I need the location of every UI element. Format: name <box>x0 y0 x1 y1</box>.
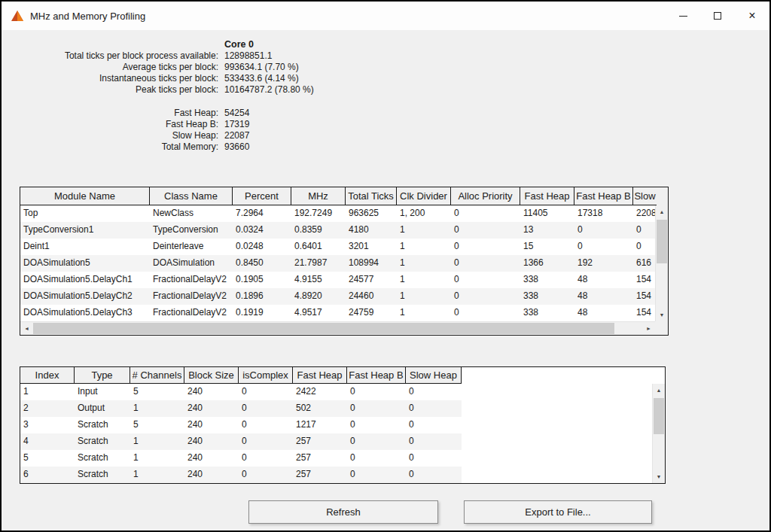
export-to-file-button[interactable]: Export to File... <box>464 500 652 524</box>
table-cell: 1 <box>397 305 451 321</box>
table-cell: 48 <box>574 272 633 288</box>
module-table: Module NameClass NamePercentMHzTotal Tic… <box>20 187 669 336</box>
module-table-header: Module NameClass NamePercentMHzTotal Tic… <box>20 187 668 205</box>
table-cell: 24577 <box>346 272 397 288</box>
table-row[interactable]: 1Input52400242200 <box>20 384 462 400</box>
core-title: Core 0 <box>224 39 254 50</box>
maximize-button[interactable] <box>700 2 735 30</box>
module-table-body: TopNewClass7.2964192.72499636251, 200011… <box>20 205 668 321</box>
column-header--channels: # Channels <box>130 367 184 384</box>
table-cell: 0 <box>451 305 520 321</box>
memory-label: Fast Heap B: <box>20 119 218 130</box>
table-cell: 0 <box>406 384 462 400</box>
table-cell: 0 <box>633 239 657 255</box>
column-header-total-ticks: Total Ticks <box>346 187 397 205</box>
table-cell: FractionalDelayV2 <box>150 288 233 305</box>
table-cell: 240 <box>184 417 239 433</box>
table-row[interactable]: DOASimulation5DOASimulation0.845021.7987… <box>20 255 657 272</box>
table-cell: 502 <box>293 400 347 417</box>
table-row[interactable]: DOASimulation5.DelayCh2FractionalDelayV2… <box>20 288 657 305</box>
scroll-up-button[interactable]: ▲ <box>656 205 668 218</box>
table-row[interactable]: 3Scratch52400121700 <box>20 417 462 433</box>
scrollbar-track[interactable] <box>656 218 668 309</box>
table-cell: 1217 <box>293 417 347 433</box>
table-cell: 5 <box>130 384 184 400</box>
table-cell: 1 <box>20 384 75 400</box>
memory-value: 17319 <box>224 119 249 130</box>
table-cell: 21.7987 <box>291 255 346 272</box>
table-row[interactable]: TypeConversion1TypeConversion0.03240.835… <box>20 222 657 239</box>
column-header-type: Type <box>75 367 130 384</box>
table-cell: Input <box>75 384 130 400</box>
refresh-button[interactable]: Refresh <box>248 500 438 524</box>
table-cell: DOASimulation <box>150 255 233 272</box>
scrollbar-track[interactable] <box>33 322 642 335</box>
table-cell: Scratch <box>75 417 130 433</box>
window-title: MHz and Memory Profiling <box>30 11 145 22</box>
scroll-right-button[interactable]: ► <box>642 322 655 335</box>
table-cell: 257 <box>293 450 347 467</box>
memory-label: Fast Heap: <box>20 108 218 119</box>
table-cell: 0 <box>406 400 462 417</box>
scroll-down-button[interactable]: ▼ <box>656 309 668 321</box>
scroll-down-button[interactable]: ▼ <box>653 470 665 483</box>
scroll-left-button[interactable]: ◄ <box>20 322 33 335</box>
stat-value: 12898851.1 <box>224 50 272 62</box>
table-cell: 1 <box>130 450 184 467</box>
table-cell: 0 <box>347 450 406 467</box>
scrollbar-corner <box>655 321 668 335</box>
table-row[interactable]: TopNewClass7.2964192.72499636251, 200011… <box>20 205 657 222</box>
table-cell: 0 <box>239 384 293 400</box>
table-row[interactable]: 2Output1240050200 <box>20 400 462 417</box>
table-cell: 192 <box>574 255 633 272</box>
table-cell: 108994 <box>346 255 397 272</box>
column-header-fast-heap: Fast Heap <box>293 367 347 384</box>
table-cell: 0 <box>347 467 406 483</box>
table-cell: 0.1919 <box>233 305 291 321</box>
table-cell: Output <box>75 400 130 417</box>
table-row[interactable]: 6Scratch1240025700 <box>20 467 462 483</box>
table-cell: 2422 <box>293 384 347 400</box>
table-cell: 240 <box>184 467 239 483</box>
close-button[interactable]: × <box>735 2 769 30</box>
table-cell: 1 <box>130 433 184 450</box>
vertical-scrollbar[interactable]: ▲ ▼ <box>652 384 665 483</box>
table-row[interactable]: DOASimulation5.DelayCh1FractionalDelayV2… <box>20 272 657 288</box>
table-row[interactable]: DOASimulation5.DelayCh3FractionalDelayV2… <box>20 305 657 321</box>
column-header-slow-heap: Slow Heap <box>406 367 462 384</box>
stat-label: Instantaneous ticks per block: <box>20 73 218 84</box>
column-header-slow: Slow <box>633 187 657 205</box>
table-row[interactable]: 5Scratch1240025700 <box>20 450 462 467</box>
table-cell: 0.8359 <box>291 222 346 239</box>
minimize-button[interactable] <box>666 2 700 30</box>
table-cell: TypeConversion1 <box>20 222 150 239</box>
stat-value: 993634.1 (7.70 %) <box>224 62 299 73</box>
table-cell: DOASimulation5.DelayCh2 <box>20 288 150 305</box>
scroll-up-button[interactable]: ▲ <box>653 384 665 397</box>
table-cell: 0.8450 <box>233 255 291 272</box>
table-cell: 1 <box>397 255 451 272</box>
stat-row: Peak ticks per block:10164787.2 (78.80 %… <box>20 84 314 96</box>
scrollbar-thumb[interactable] <box>657 220 667 263</box>
table-cell: 338 <box>520 305 574 321</box>
table-cell: 13 <box>520 222 574 239</box>
memory-row: Total Memory:93660 <box>20 141 314 153</box>
column-header-mhz: MHz <box>291 187 346 205</box>
buffer-table: IndexType# ChannelsBlock SizeisComplexFa… <box>20 366 666 484</box>
memory-row: Fast Heap B:17319 <box>20 119 314 130</box>
table-row[interactable]: Deint1Deinterleave0.02480.64013201101500 <box>20 239 657 255</box>
title-bar[interactable]: MHz and Memory Profiling × <box>2 2 769 30</box>
table-cell: 1366 <box>520 255 574 272</box>
horizontal-scrollbar[interactable]: ◄ ► <box>20 321 655 335</box>
matlab-icon <box>11 10 24 22</box>
scrollbar-thumb[interactable] <box>654 398 664 434</box>
memory-value: 22087 <box>224 130 249 141</box>
table-row[interactable]: 4Scratch1240025700 <box>20 433 462 450</box>
table-cell: Deinterleave <box>150 239 233 255</box>
scrollbar-track[interactable] <box>653 397 665 470</box>
table-cell: DOASimulation5 <box>20 255 150 272</box>
scrollbar-thumb[interactable] <box>33 323 614 334</box>
table-cell: 3201 <box>346 239 397 255</box>
vertical-scrollbar[interactable]: ▲ ▼ <box>655 205 668 321</box>
table-cell: 3 <box>20 417 75 433</box>
